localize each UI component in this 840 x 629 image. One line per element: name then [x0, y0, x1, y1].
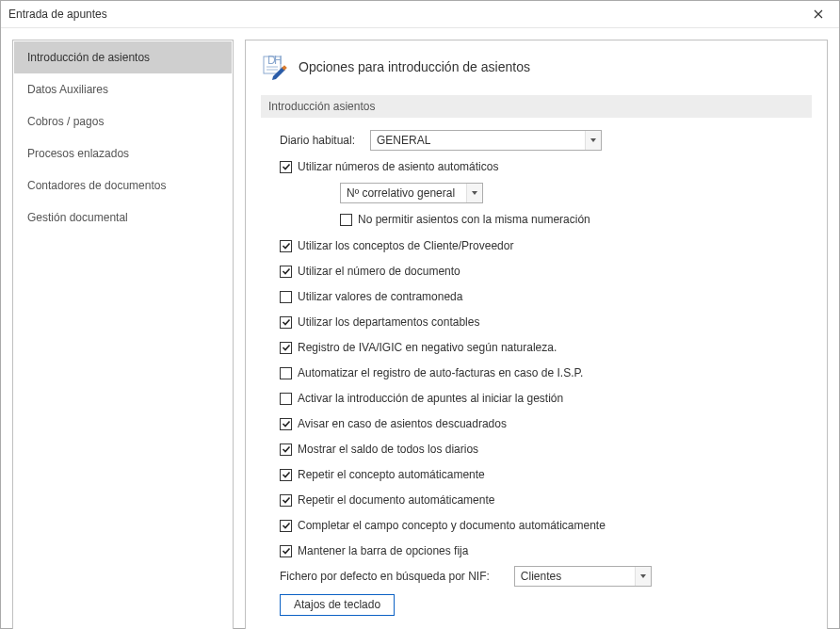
- nif-label: Fichero por defecto en búsqueda por NIF:: [280, 570, 490, 583]
- sidebar-item-procesos[interactable]: Procesos enlazados: [14, 137, 232, 169]
- chevron-down-icon: [585, 131, 601, 150]
- close-icon: [814, 9, 823, 19]
- nif-value: Clientes: [521, 570, 561, 583]
- sidebar-item-contadores[interactable]: Contadores de documentos: [14, 169, 232, 202]
- chevron-down-icon: [466, 184, 482, 202]
- checkbox-label: Automatizar el registro de auto-facturas…: [298, 366, 583, 379]
- svg-text:H: H: [274, 54, 283, 67]
- checkbox-box: [280, 393, 292, 405]
- checkbox-box: [280, 444, 292, 456]
- checkbox-box: [280, 342, 292, 354]
- checkbox-label: Utilizar los conceptos de Cliente/Provee…: [298, 239, 513, 252]
- diario-label: Diario habitual:: [280, 134, 363, 147]
- diario-combo[interactable]: GENERAL: [370, 130, 602, 151]
- content-panel: D H Opciones para introducción de asient…: [245, 40, 828, 629]
- checkbox-conceptos_cp[interactable]: Utilizar los conceptos de Cliente/Provee…: [280, 239, 513, 252]
- checkbox-label: Activar la introducción de apuntes al in…: [298, 392, 563, 405]
- checkbox-rep_concepto[interactable]: Repetir el concepto automáticamente: [280, 468, 485, 481]
- check-icon: [282, 343, 291, 352]
- check-icon: [282, 444, 291, 454]
- sidebar-item-label: Datos Auxiliares: [27, 83, 108, 96]
- checkbox-label: Utilizar el número de documento: [298, 265, 460, 278]
- check-icon: [282, 495, 291, 505]
- checkbox-avisar_desc[interactable]: Avisar en caso de asientos descuadrados: [280, 417, 507, 430]
- correlativo-combo[interactable]: Nº correlativo general: [340, 183, 483, 203]
- checkbox-iva_neg[interactable]: Registro de IVA/IGIC en negativo según n…: [280, 341, 557, 354]
- checkbox-activar_intro[interactable]: Activar la introducción de apuntes al in…: [280, 392, 563, 405]
- checkbox-box: [280, 418, 292, 430]
- section-header: Introducción asientos: [261, 95, 812, 118]
- checkbox-no_permitir[interactable]: No permitir asientos con la misma numera…: [340, 213, 590, 226]
- sidebar-item-introduccion[interactable]: Introducción de asientos: [14, 41, 232, 73]
- sidebar: Introducción de asientosDatos Auxiliares…: [12, 40, 234, 629]
- checkbox-mostrar_saldo[interactable]: Mostrar el saldo de todos los diarios: [280, 443, 478, 456]
- checkbox-box: [280, 367, 292, 379]
- checkbox-num_doc[interactable]: Utilizar el número de documento: [280, 265, 460, 278]
- checkbox-label: Utilizar los departamentos contables: [298, 315, 479, 329]
- checkbox-box: [280, 240, 292, 252]
- sidebar-item-label: Introducción de asientos: [27, 51, 150, 64]
- atajos-label: Atajos de teclado: [294, 598, 380, 611]
- options-icon: D H: [261, 54, 287, 80]
- nif-combo[interactable]: Clientes: [514, 566, 652, 587]
- checkbox-label: Registro de IVA/IGIC en negativo según n…: [298, 341, 557, 354]
- check-icon: [282, 546, 291, 556]
- checkbox-label: Repetir el documento automáticamente: [298, 493, 494, 507]
- sidebar-item-label: Gestión documental: [27, 211, 128, 224]
- checkbox-box: [280, 266, 292, 278]
- atajos-button[interactable]: Atajos de teclado: [280, 594, 395, 616]
- checkbox-autofacturas[interactable]: Automatizar el registro de auto-facturas…: [280, 366, 583, 379]
- checkbox-label: Repetir el concepto automáticamente: [298, 468, 485, 481]
- check-icon: [282, 162, 291, 171]
- checkbox-box: [280, 291, 292, 303]
- checkbox-completar[interactable]: Completar el campo concepto y documento …: [280, 519, 606, 532]
- checkbox-box: [280, 494, 292, 507]
- diario-value: GENERAL: [377, 134, 430, 147]
- check-icon: [282, 241, 291, 250]
- close-button[interactable]: [805, 1, 832, 27]
- check-icon: [282, 419, 291, 428]
- checkbox-box: [280, 161, 292, 173]
- checkbox-box: [340, 214, 352, 226]
- checkbox-label: No permitir asientos con la misma numera…: [358, 213, 590, 226]
- sidebar-item-gestion[interactable]: Gestión documental: [14, 202, 232, 234]
- window-title: Entrada de apuntes: [8, 8, 805, 21]
- sidebar-item-cobros[interactable]: Cobros / pagos: [14, 105, 232, 137]
- checkbox-box: [280, 469, 292, 481]
- checkbox-box: [280, 545, 292, 557]
- checkbox-label: Utilizar números de asiento automáticos: [298, 160, 498, 173]
- checkbox-label: Avisar en caso de asientos descuadrados: [298, 417, 507, 430]
- checkbox-label: Completar el campo concepto y documento …: [298, 519, 606, 532]
- check-icon: [282, 521, 291, 530]
- checkbox-box: [280, 520, 292, 532]
- correlativo-value: Nº correlativo general: [347, 186, 455, 200]
- content-title: Opciones para introducción de asientos: [299, 59, 530, 74]
- checkbox-label: Mostrar el saldo de todos los diarios: [298, 443, 478, 456]
- chevron-down-icon: [635, 567, 651, 586]
- checkbox-mantener_barra[interactable]: Mantener la barra de opciones fija: [280, 544, 468, 557]
- check-icon: [282, 266, 291, 276]
- checkbox-label: Mantener la barra de opciones fija: [298, 544, 468, 557]
- checkbox-departamentos[interactable]: Utilizar los departamentos contables: [280, 315, 479, 329]
- checkbox-rep_doc[interactable]: Repetir el documento automáticamente: [280, 493, 494, 507]
- check-icon: [282, 470, 291, 479]
- sidebar-item-datos-aux[interactable]: Datos Auxiliares: [14, 73, 232, 105]
- checkbox-auto_num[interactable]: Utilizar números de asiento automáticos: [280, 160, 498, 173]
- checkbox-label: Utilizar valores de contramoneda: [298, 290, 462, 303]
- sidebar-item-label: Procesos enlazados: [27, 147, 129, 160]
- sidebar-item-label: Contadores de documentos: [27, 179, 166, 192]
- check-icon: [282, 317, 291, 327]
- checkbox-box: [280, 316, 292, 329]
- sidebar-item-label: Cobros / pagos: [27, 115, 104, 128]
- checkbox-contramoneda[interactable]: Utilizar valores de contramoneda: [280, 290, 462, 303]
